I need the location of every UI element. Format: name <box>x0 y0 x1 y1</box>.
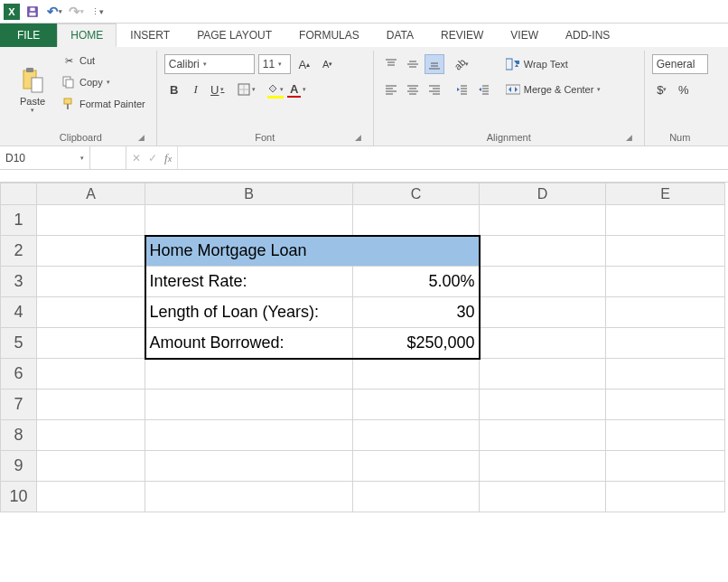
cut-button[interactable]: ✂ Cut <box>58 51 149 70</box>
shrink-font-button[interactable]: A▾ <box>318 54 338 74</box>
col-header-C[interactable]: C <box>353 183 480 205</box>
align-left-button[interactable] <box>381 80 401 99</box>
cell-B4[interactable]: Length of Loan (Years): <box>145 297 353 328</box>
font-dialog-launcher[interactable]: ◢ <box>353 133 364 144</box>
copy-button[interactable]: Copy ▾ <box>58 72 149 92</box>
accounting-format-button[interactable]: $▾ <box>652 80 672 99</box>
svg-rect-5 <box>32 78 42 92</box>
group-font: Calibri▾ 11▾ A▴ A▾ B I U▾ ▾ ▾ A▾ Font◢ <box>157 51 374 146</box>
row-header-8[interactable]: 8 <box>1 420 37 451</box>
paintbrush-icon <box>61 97 76 111</box>
svg-rect-43 <box>506 85 520 94</box>
quick-access-toolbar: X ↶▾ ↷▾ ⋮▾ <box>0 0 728 23</box>
italic-button[interactable]: I <box>186 80 206 99</box>
group-number: General $▾ % Num <box>645 51 715 146</box>
qat-customize-button[interactable]: ⋮▾ <box>89 3 107 21</box>
formula-bar: D10▾ ✕ ✓ fx <box>0 146 728 170</box>
row-header-7[interactable]: 7 <box>1 390 37 420</box>
row-header-6[interactable]: 6 <box>1 359 37 390</box>
tab-file[interactable]: FILE <box>0 23 57 47</box>
cell-C5[interactable]: $250,000 <box>353 328 480 359</box>
increase-indent-button[interactable] <box>473 80 493 99</box>
formula-input[interactable] <box>178 146 728 169</box>
save-button[interactable] <box>23 3 42 21</box>
clipboard-dialog-launcher[interactable]: ◢ <box>136 133 147 144</box>
copy-icon <box>61 75 76 89</box>
orientation-button[interactable]: ab▾ <box>452 54 471 74</box>
tab-home[interactable]: HOME <box>57 23 117 47</box>
font-size-combo[interactable]: 11▾ <box>258 54 291 74</box>
font-name-combo[interactable]: Calibri▾ <box>164 54 255 74</box>
excel-logo-icon: X <box>4 4 20 20</box>
cell-B3[interactable]: Interest Rate: <box>145 267 353 297</box>
underline-button[interactable]: U▾ <box>208 80 228 99</box>
cancel-formula-button[interactable]: ✕ <box>132 152 141 164</box>
font-color-button[interactable]: A▾ <box>287 80 307 99</box>
tab-view[interactable]: VIEW <box>497 23 552 47</box>
cell-C3[interactable]: 5.00% <box>353 267 480 297</box>
wrap-text-button[interactable]: Wrap Text <box>502 54 605 74</box>
row-header-2[interactable]: 2 <box>1 236 37 267</box>
col-header-A[interactable]: A <box>37 183 145 205</box>
merge-icon <box>506 82 520 97</box>
ribbon-tabs: FILE HOME INSERT PAGE LAYOUT FORMULAS DA… <box>0 23 728 47</box>
decrease-indent-button[interactable] <box>452 80 471 99</box>
enter-formula-button[interactable]: ✓ <box>148 152 157 164</box>
row-header-5[interactable]: 5 <box>1 328 37 359</box>
svg-rect-9 <box>67 104 69 109</box>
group-alignment: ab▾ Wrap Text Merge & Ce <box>374 51 645 146</box>
paste-button[interactable]: Paste ▾ <box>13 51 52 129</box>
wrap-text-icon <box>506 57 520 71</box>
row-header-4[interactable]: 4 <box>1 297 37 328</box>
ribbon: Paste ▾ ✂ Cut Copy ▾ Format Painter <box>0 47 728 146</box>
select-all-corner[interactable] <box>1 183 37 205</box>
format-painter-button[interactable]: Format Painter <box>58 94 149 114</box>
svg-rect-7 <box>66 80 73 88</box>
svg-rect-42 <box>506 59 512 70</box>
group-clipboard: Paste ▾ ✂ Cut Copy ▾ Format Painter <box>5 51 157 146</box>
tab-page-layout[interactable]: PAGE LAYOUT <box>183 23 285 47</box>
redo-button[interactable]: ↷▾ <box>67 3 85 21</box>
cell-B5[interactable]: Amount Borrowed: <box>145 328 353 359</box>
col-header-D[interactable]: D <box>480 183 606 205</box>
svg-rect-1 <box>30 12 36 15</box>
percent-format-button[interactable]: % <box>674 80 694 99</box>
align-right-button[interactable] <box>425 80 444 99</box>
tab-add-ins[interactable]: ADD-INS <box>552 23 623 47</box>
align-middle-button[interactable] <box>403 54 423 74</box>
svg-rect-4 <box>26 68 33 72</box>
tab-insert[interactable]: INSERT <box>117 23 183 47</box>
row-header-9[interactable]: 9 <box>1 451 37 482</box>
name-box[interactable]: D10▾ <box>0 146 90 169</box>
col-header-E[interactable]: E <box>606 183 725 205</box>
merge-center-button[interactable]: Merge & Center ▾ <box>502 80 605 99</box>
cell-C4[interactable]: 30 <box>353 297 480 328</box>
spreadsheet-grid[interactable]: A B C D E 1 2 Home Mortgage Loan 3 Inter… <box>0 183 728 512</box>
svg-rect-8 <box>64 99 71 104</box>
bold-button[interactable]: B <box>164 80 184 99</box>
align-bottom-button[interactable] <box>425 54 444 74</box>
align-top-button[interactable] <box>381 54 401 74</box>
fx-icon[interactable]: fx <box>164 151 172 165</box>
fill-color-button[interactable]: ▾ <box>266 80 285 99</box>
svg-rect-2 <box>30 7 34 11</box>
align-center-button[interactable] <box>403 80 423 99</box>
col-header-B[interactable]: B <box>145 183 353 205</box>
row-header-3[interactable]: 3 <box>1 267 37 297</box>
cell-B2[interactable]: Home Mortgage Loan <box>145 236 480 267</box>
borders-button[interactable]: ▾ <box>237 80 257 99</box>
row-header-10[interactable]: 10 <box>1 482 37 512</box>
alignment-dialog-launcher[interactable]: ◢ <box>624 133 635 144</box>
tab-review[interactable]: REVIEW <box>427 23 497 47</box>
number-format-combo[interactable]: General <box>652 54 708 74</box>
scissors-icon: ✂ <box>61 53 76 68</box>
row-header-1[interactable]: 1 <box>1 205 37 236</box>
tab-data[interactable]: DATA <box>373 23 427 47</box>
undo-button[interactable]: ↶▾ <box>45 3 63 21</box>
grow-font-button[interactable]: A▴ <box>294 54 314 74</box>
tab-formulas[interactable]: FORMULAS <box>285 23 373 47</box>
